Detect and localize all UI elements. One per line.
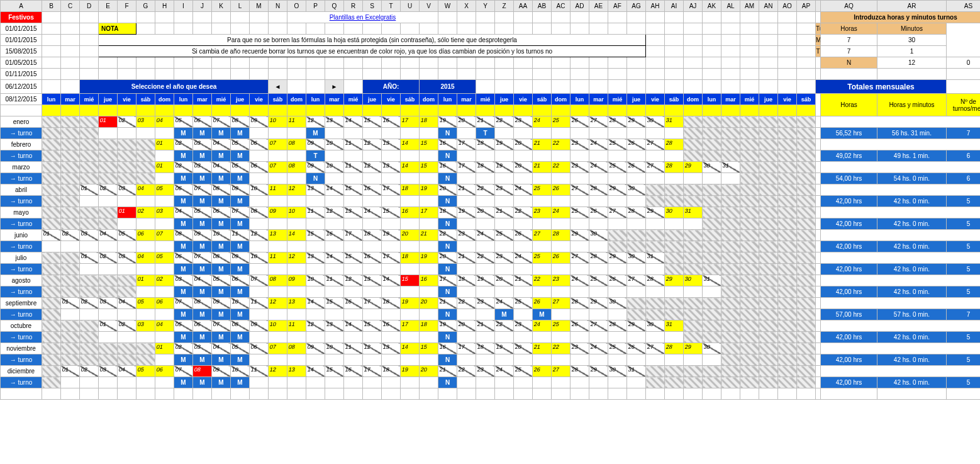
cell[interactable] [684, 57, 703, 69]
cell[interactable] [80, 23, 99, 35]
shift-cell[interactable] [552, 241, 571, 252]
cell[interactable] [420, 57, 438, 69]
cell[interactable] [759, 23, 778, 35]
day-cell[interactable]: 18 [382, 366, 401, 377]
cell[interactable] [193, 69, 212, 80]
shift-cell[interactable]: M [212, 377, 231, 388]
day-cell[interactable]: 02 [118, 116, 136, 128]
shift-cell[interactable]: M [174, 173, 193, 184]
day-cell[interactable]: 28 [665, 162, 684, 173]
shift-cell[interactable] [665, 218, 684, 230]
cell[interactable] [797, 57, 816, 69]
shift-cell[interactable] [495, 377, 514, 388]
shift-cell[interactable] [457, 286, 476, 298]
day-cell[interactable]: 03 [155, 207, 174, 218]
day-cell[interactable]: 30 [665, 207, 684, 218]
day-cell[interactable]: 18 [420, 320, 438, 332]
day-cell[interactable]: 20 [514, 343, 533, 354]
shift-cell[interactable] [250, 332, 269, 343]
shift-cell[interactable] [325, 218, 344, 230]
day-cell[interactable]: 02 [80, 298, 99, 309]
day-cell[interactable]: 12 [325, 207, 344, 218]
day-cell[interactable]: 11 [306, 207, 325, 218]
day-cell[interactable]: 11 [325, 275, 344, 286]
day-cell[interactable]: 09 [250, 320, 269, 332]
day-cell[interactable]: 24 [514, 252, 533, 264]
day-cell[interactable]: 26 [627, 162, 646, 173]
day-cell[interactable]: 27 [552, 298, 571, 309]
day-cell[interactable]: 16 [363, 252, 382, 264]
day-cell[interactable]: 16 [325, 230, 344, 241]
day-cell[interactable]: 10 [306, 275, 325, 286]
day-cell[interactable]: 22 [552, 139, 571, 150]
shift-cell[interactable]: M [193, 332, 212, 343]
day-cell[interactable]: 18 [476, 139, 495, 150]
day-cell[interactable]: 06 [174, 184, 193, 196]
day-cell[interactable]: 27 [533, 230, 552, 241]
shift-cell[interactable] [552, 173, 571, 184]
cell[interactable] [533, 12, 552, 23]
day-cell[interactable]: 25 [552, 116, 571, 128]
shift-cell[interactable] [363, 241, 382, 252]
cell[interactable] [193, 23, 212, 35]
shift-cell[interactable]: T [306, 150, 325, 162]
shift-cell[interactable] [457, 377, 476, 388]
cell[interactable] [61, 46, 80, 57]
day-cell[interactable]: 07 [250, 275, 269, 286]
shift-cell[interactable] [401, 241, 420, 252]
day-cell[interactable]: 03 [99, 366, 118, 377]
day-cell[interactable]: 19 [457, 207, 476, 218]
shift-cell[interactable] [420, 286, 438, 298]
shift-cell[interactable]: M [212, 264, 231, 275]
shift-cell[interactable] [495, 332, 514, 343]
shift-cell[interactable] [306, 241, 325, 252]
cell[interactable] [382, 69, 401, 80]
cell[interactable] [61, 23, 80, 35]
day-cell[interactable]: 08 [193, 366, 212, 377]
shift-cell[interactable] [99, 309, 118, 320]
shift-cell[interactable]: M [231, 241, 250, 252]
cell[interactable] [457, 23, 476, 35]
day-cell[interactable]: 14 [287, 230, 306, 241]
shift-cell[interactable] [363, 196, 382, 207]
cell[interactable] [476, 23, 495, 35]
shift-cell[interactable] [589, 354, 608, 366]
shift-cell[interactable] [514, 377, 533, 388]
day-cell[interactable]: 17 [438, 275, 457, 286]
year-prev-button[interactable]: ◄ [269, 80, 287, 94]
cell[interactable] [947, 388, 981, 400]
cell[interactable] [61, 69, 80, 80]
cell[interactable] [684, 69, 703, 80]
day-cell[interactable]: 09 [306, 343, 325, 354]
day-cell[interactable]: 25 [608, 139, 627, 150]
day-cell[interactable]: 13 [382, 139, 401, 150]
shift-cell[interactable] [703, 286, 721, 298]
shift-cell[interactable] [401, 309, 420, 320]
cell[interactable] [420, 23, 438, 35]
cell[interactable] [212, 57, 231, 69]
shift-cell[interactable]: N [438, 377, 457, 388]
shift-cell[interactable] [703, 354, 721, 366]
cell[interactable] [325, 57, 344, 69]
day-cell[interactable]: 04 [212, 343, 231, 354]
cell[interactable] [533, 80, 552, 94]
shift-cell[interactable]: M [193, 309, 212, 320]
day-cell[interactable]: 01 [80, 252, 99, 264]
shift-cell[interactable] [80, 196, 99, 207]
shift-cell[interactable] [514, 309, 533, 320]
day-cell[interactable]: 14 [344, 320, 363, 332]
cell[interactable] [759, 80, 778, 94]
day-cell[interactable]: 13 [306, 184, 325, 196]
cell[interactable] [1, 388, 42, 400]
shift-cell[interactable] [269, 241, 287, 252]
cell[interactable] [740, 46, 759, 57]
shift-cell[interactable]: M [193, 150, 212, 162]
cell[interactable] [42, 12, 61, 23]
day-cell[interactable]: 20 [514, 162, 533, 173]
shift-cell[interactable]: M [231, 354, 250, 366]
cell[interactable] [193, 12, 212, 23]
day-cell[interactable]: 24 [533, 116, 552, 128]
day-cell[interactable]: 17 [382, 184, 401, 196]
shift-cell[interactable] [287, 264, 306, 275]
shift-cell[interactable] [646, 150, 665, 162]
